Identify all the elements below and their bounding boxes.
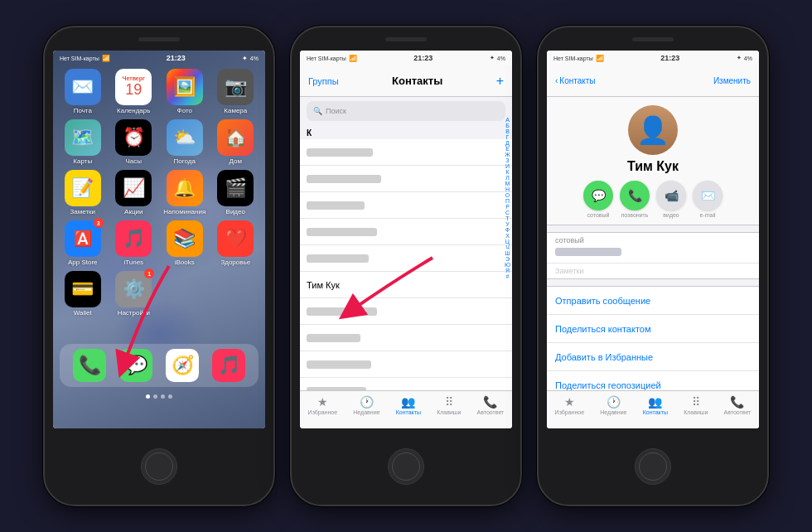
field-label-notes: Заметки [547,264,759,278]
tab-voicemail-label-3: Автоответ [724,409,752,415]
dock: 📞 💬 🧭 🎵 [60,344,259,387]
tab-recent-label: Недавние [353,409,379,415]
tab-keypad-label: Клавиши [437,409,461,415]
tab-favorites-label-3: Избранное [555,409,584,415]
app-notes[interactable]: 📝 Заметки [60,170,106,215]
app-mail[interactable]: ✉️ Почта [60,69,106,114]
tab-keypad-3[interactable]: ⠿ Клавиши [684,395,708,415]
battery-status-3: 4% [744,56,752,61]
detail-nav: ‹ Контакты Изменить [547,65,759,97]
action-add-favorites[interactable]: Добавить в Избранные [547,343,759,371]
tab-recent-icon-3: 🕐 [607,395,621,409]
nav-add-btn[interactable]: + [496,74,504,89]
app-settings[interactable]: ⚙️1 Настройки [111,271,157,317]
tab-voicemail-3[interactable]: 📞 Автоответ [724,395,752,415]
phone-3-screen: Нет SIM-карты 📶 21:23 ✦ 4% ‹ Контакты Из… [547,51,759,428]
app-camera[interactable]: 📷 Камера [213,69,259,114]
back-chevron-icon: ‹ [555,76,558,85]
contact-row-blurred-4[interactable]: █████████████ [300,219,512,245]
app-health[interactable]: ❤️ Здоровье [213,220,259,266]
phone-1: Нет SIM-карты 📶 21:23 ✦ 4% ✉️ Почта [43,26,275,506]
phone-1-screen: Нет SIM-карты 📶 21:23 ✦ 4% ✉️ Почта [53,51,265,428]
page-dot-3 [161,394,165,399]
status-bar-2: Нет SIM-карты 📶 21:23 ✦ 4% [300,51,512,65]
contact-row-blurred-7[interactable]: ██████████ [300,325,512,351]
dock-music[interactable]: 🎵 [212,349,245,382]
tab-contacts-icon: 👥 [401,395,415,409]
detail-tab-bar: ★ Избранное 🕐 Недавние 👥 Контакты ⠿ Клав… [547,390,759,428]
nav-groups-btn[interactable]: Группы [308,76,339,86]
nav-title-contacts: Контакты [392,75,442,87]
app-videos[interactable]: 🎬 Видео [213,170,259,215]
home-button-3[interactable] [635,448,671,485]
contact-header: 👤 Тим Кук 💬 сотовый 📞 позвонить 📹 [547,97,759,225]
search-bar[interactable]: 🔍 Поиск [307,101,505,121]
tab-contacts-label: Контакты [396,409,421,415]
battery-status-2: 4% [497,56,505,61]
tab-favorites[interactable]: ★ Избранное [308,395,337,415]
app-maps[interactable]: 🗺️ Карты [60,119,106,165]
phone-1-bottom [141,428,177,505]
dock-safari[interactable]: 🧭 [166,349,199,382]
app-home[interactable]: 🏠 Дом [213,119,259,165]
phone-2-screen: Нет SIM-карты 📶 21:23 ✦ 4% Группы Контак… [300,51,512,428]
dock-messages[interactable]: 💬 [119,349,152,382]
home-button-2[interactable] [388,448,424,485]
detail-actions-section: Отправить сообщение Поделиться контактом… [547,286,759,399]
action-send-message[interactable]: Отправить сообщение [547,287,759,315]
app-photos[interactable]: 🖼️ Фото [162,69,208,114]
contact-row-blurred-1[interactable]: ████████████ [300,139,512,166]
app-ibooks[interactable]: 📚 iBooks [162,220,208,266]
app-appstore[interactable]: 🅰️ 3 App Store [60,220,106,266]
tab-voicemail[interactable]: 📞 Автоответ [477,395,505,415]
action-call[interactable]: 📞 позвонить [620,181,650,218]
tab-recent-3[interactable]: 🕐 Недавние [600,395,626,415]
phone-2-notch [292,27,520,51]
app-stocks[interactable]: 📈 Акции [111,170,157,215]
app-wallet[interactable]: 💳 Wallet [60,271,106,317]
dock-phone[interactable]: 📞 [73,349,106,382]
tab-favorites-icon: ★ [317,395,328,409]
contact-row-blurred-6[interactable]: █████████████ [300,298,512,325]
tab-contacts-icon-3: 👥 [648,395,662,409]
page-dot-4 [168,394,172,399]
contact-row-blurred-2[interactable]: ██████████████ [300,166,512,192]
app-weather[interactable]: ⛅ Погода [162,119,208,165]
contact-tim-kuk[interactable]: Тим Кук [300,272,512,298]
contact-row-blurred-5[interactable]: ████████████ [300,245,512,272]
bluetooth-icon-2: ✦ [490,55,495,61]
tab-recent[interactable]: 🕐 Недавние [353,395,379,415]
app-itunes[interactable]: 🎵 iTunes [111,220,157,266]
app-reminders[interactable]: 🔔 Напоминания [162,170,208,215]
back-label: Контакты [559,76,595,85]
contacts-tab-bar: ★ Избранное 🕐 Недавние 👥 Контакты ⠿ Клав… [300,390,512,428]
back-to-contacts-btn[interactable]: ‹ Контакты [555,76,596,85]
action-email[interactable]: ✉️ e-mail [693,181,723,218]
tab-favorites-label: Избранное [308,409,337,415]
tab-keypad-icon-3: ⠿ [692,395,700,409]
speaker-2 [385,37,427,41]
alpha-index: АБВГДЕЖЗИКЛМНОПРСТУФХЦЧШЭЮЯ# [505,117,510,389]
app-clock[interactable]: ⏰ Часы [111,119,157,165]
edit-contact-btn[interactable]: Изменить [713,76,751,85]
battery-status: 4% [250,56,259,61]
action-message[interactable]: 💬 сотовый [583,181,613,218]
contact-row-blurred-8[interactable]: ████████████ [300,351,512,378]
action-video[interactable]: 📹 видео [656,181,686,218]
phone-2: Нет SIM-карты 📶 21:23 ✦ 4% Группы Контак… [290,26,522,506]
tab-contacts[interactable]: 👥 Контакты [396,395,421,415]
home-button-1[interactable] [141,448,177,485]
tab-keypad[interactable]: ⠿ Клавиши [437,395,461,415]
action-share-contact[interactable]: Поделиться контактом [547,315,759,343]
tab-recent-icon: 🕐 [360,395,374,409]
contact-row-blurred-3[interactable]: ███████████ [300,192,512,219]
search-placeholder: Поиск [326,107,346,115]
field-value-phone[interactable] [547,244,759,264]
tab-keypad-icon: ⠿ [445,395,453,409]
tab-contacts-label-3: Контакты [643,409,668,415]
detail-screen: Нет SIM-карты 📶 21:23 ✦ 4% ‹ Контакты Из… [547,51,759,428]
tab-favorites-3[interactable]: ★ Избранное [555,395,584,415]
detail-phone-section: сотовый Заметки [547,232,759,279]
tab-contacts-3[interactable]: 👥 Контакты [643,395,668,415]
app-calendar[interactable]: Четверг 19 Календарь [111,69,157,114]
